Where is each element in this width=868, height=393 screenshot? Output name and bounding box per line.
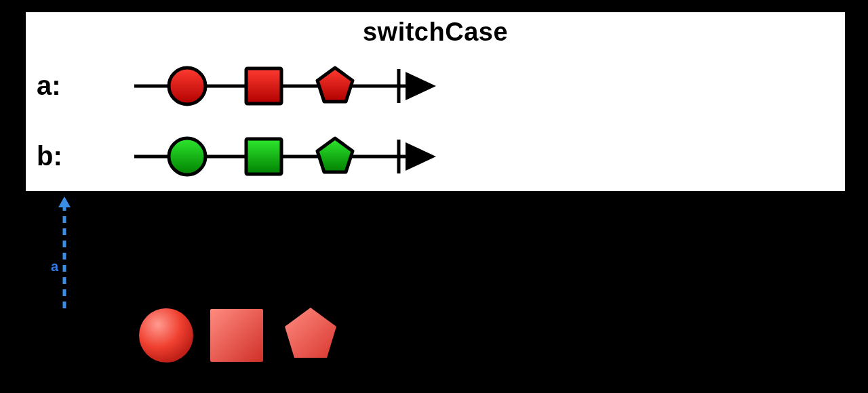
svg-rect-8 <box>184 191 188 195</box>
marble-square <box>246 68 281 104</box>
selector-label: a <box>51 259 58 274</box>
output-pentagon <box>285 308 336 358</box>
marble-square <box>246 139 281 174</box>
marble-pentagon <box>317 68 353 102</box>
svg-marker-12 <box>58 196 71 207</box>
operator-title: switchCase <box>26 18 845 47</box>
operator-box: switchCase a: b: <box>24 11 846 192</box>
svg-rect-10 <box>332 191 336 195</box>
output-marbles <box>136 305 353 366</box>
stream-b <box>134 133 439 180</box>
svg-rect-9 <box>260 191 264 195</box>
marble-circle <box>169 68 205 104</box>
stream-c-ticks <box>133 191 438 198</box>
marble-circle <box>169 138 205 175</box>
row-label-a: a: <box>37 70 61 101</box>
stream-a <box>134 62 439 110</box>
selector-arrow <box>54 196 75 312</box>
diagram-canvas: switchCase a: b: <box>0 0 868 393</box>
svg-marker-2 <box>406 72 436 100</box>
row-label-b: b: <box>37 141 62 171</box>
marble-pentagon <box>317 138 353 172</box>
output-square <box>210 309 263 362</box>
svg-marker-6 <box>406 142 436 171</box>
output-circle <box>139 308 193 363</box>
